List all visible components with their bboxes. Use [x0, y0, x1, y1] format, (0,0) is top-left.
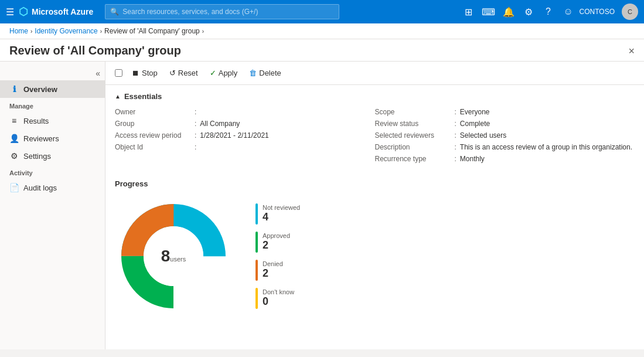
apply-label: Apply [219, 69, 238, 77]
essentials-row-selected-reviewers: Selected reviewers : Selected users [375, 131, 635, 140]
page-title: Review of 'All Company' group [9, 44, 181, 57]
owner-label: Owner [115, 108, 191, 116]
sep: : [455, 155, 456, 163]
top-navigation: ☰ ⬡ Microsoft Azure 🔍 ⊞ ⌨ 🔔 ⚙ ? ☺ CONTOS… [0, 0, 644, 23]
cloud-shell-icon[interactable]: ⌨ [480, 3, 498, 21]
review-status-label: Review status [375, 120, 451, 128]
group-label: Group [115, 120, 191, 128]
essentials-row-owner: Owner : [115, 108, 375, 116]
settings-icon[interactable]: ⚙ [520, 3, 537, 21]
sep: : [455, 143, 456, 151]
legend-label-approved: Approved [263, 232, 290, 239]
delete-button[interactable]: 🗑 Delete [243, 66, 287, 80]
search-input[interactable] [122, 8, 334, 16]
legend-item-dont-know: Don't know 0 [255, 288, 300, 309]
delete-label: Delete [259, 69, 281, 77]
nav-icons-group: ⊞ ⌨ 🔔 ⚙ ? ☺ CONTOSO C [460, 3, 638, 21]
donut-label: users [170, 256, 186, 263]
legend-bar-dont-know [255, 288, 258, 309]
stop-button[interactable]: ⏹ Stop [126, 66, 163, 80]
period-label: Access review period [115, 131, 191, 140]
sep: : [195, 120, 196, 128]
progress-title: Progress [115, 179, 635, 188]
recurrence-label: Recurrence type [375, 155, 451, 163]
essentials-title: Essentials [124, 92, 162, 101]
sidebar-item-reviewers[interactable]: 👤 Reviewers [0, 130, 105, 147]
portal-icon[interactable]: ⊞ [460, 3, 478, 21]
help-icon[interactable]: ? [540, 3, 557, 21]
delete-icon: 🗑 [249, 69, 257, 77]
recurrence-value: Monthly [460, 155, 485, 163]
legend-count-not-reviewed: 4 [263, 211, 300, 224]
hamburger-icon[interactable]: ☰ [6, 6, 14, 18]
toolbar: ⏹ Stop ↺ Reset ✓ Apply 🗑 Delete [105, 62, 644, 85]
sep: : [455, 108, 456, 116]
apply-icon: ✓ [210, 69, 216, 77]
toolbar-checkbox[interactable] [115, 69, 122, 77]
essentials-row-scope: Scope : Everyone [375, 108, 635, 116]
sidebar-item-audit-logs[interactable]: 📄 Audit logs [0, 179, 105, 196]
essentials-right-col: Scope : Everyone Review status : Complet… [375, 108, 635, 163]
selected-reviewers-label: Selected reviewers [375, 131, 451, 140]
legend-count-approved: 2 [263, 239, 290, 252]
overview-icon: ℹ [9, 84, 19, 94]
sidebar-item-settings[interactable]: ⚙ Settings [0, 147, 105, 165]
bc-sep-2: › [100, 28, 102, 35]
legend-item-denied: Denied 2 [255, 260, 300, 281]
essentials-left-col: Owner : Group : All Company Access revie… [115, 108, 375, 163]
breadcrumb-home[interactable]: Home [9, 27, 28, 35]
essentials-row-description: Description : This is an access review o… [375, 143, 635, 151]
reset-button[interactable]: ↺ Reset [163, 66, 204, 80]
essentials-section: ▲ Essentials Owner : Group : All Company [105, 85, 644, 170]
feedback-icon[interactable]: ☺ [560, 3, 577, 21]
essentials-row-recurrence: Recurrence type : Monthly [375, 155, 635, 163]
sidebar-item-results[interactable]: ≡ Results [0, 112, 105, 130]
user-label: CONTOSO [580, 8, 615, 16]
essentials-row-group: Group : All Company [115, 120, 375, 128]
results-icon: ≡ [9, 116, 19, 125]
main-layout: « ℹ Overview Manage ≡ Results 👤 Reviewer… [0, 62, 644, 349]
legend-count-dont-know: 0 [263, 295, 294, 308]
description-label: Description [375, 143, 451, 151]
bc-sep-1: › [30, 28, 32, 35]
bell-icon[interactable]: 🔔 [500, 3, 517, 21]
legend-count-denied: 2 [263, 267, 283, 280]
breadcrumb-current: Review of 'All Company' group [104, 27, 200, 35]
sidebar-collapse: « [0, 66, 105, 80]
legend-bar-approved [255, 232, 258, 253]
progress-section: Progress [105, 170, 644, 324]
sidebar-label-reviewers: Reviewers [23, 134, 59, 143]
essentials-chevron-icon: ▲ [115, 93, 121, 100]
donut-total: 8 [161, 247, 171, 265]
search-bar[interactable]: 🔍 [105, 4, 339, 19]
sidebar-label-overview: Overview [23, 85, 57, 94]
legend-item-approved: Approved 2 [255, 232, 300, 253]
legend-bar-not-reviewed [255, 203, 258, 225]
essentials-header[interactable]: ▲ Essentials [115, 92, 635, 101]
essentials-row-review-status: Review status : Complete [375, 120, 635, 128]
stop-icon: ⏹ [132, 69, 139, 77]
sep: : [455, 120, 456, 128]
breadcrumb-identity-governance[interactable]: Identity Governance [35, 27, 97, 35]
app-name: Microsoft Azure [32, 7, 93, 16]
essentials-row-object-id: Object Id : [115, 143, 375, 151]
azure-logo: ⬡ Microsoft Azure [19, 5, 93, 18]
period-value: 1/28/2021 - 2/11/2021 [200, 131, 268, 140]
group-value: All Company [200, 120, 240, 128]
user-avatar[interactable]: C [622, 4, 638, 20]
activity-section-label: Activity [0, 165, 105, 179]
settings-gear-icon: ⚙ [9, 151, 19, 161]
essentials-grid: Owner : Group : All Company Access revie… [115, 108, 635, 163]
apply-button[interactable]: ✓ Apply [204, 66, 244, 80]
legend-text-approved: Approved 2 [263, 232, 290, 252]
close-button[interactable]: × [628, 46, 635, 56]
legend-item-not-reviewed: Not reviewed 4 [255, 203, 300, 225]
sidebar-item-overview[interactable]: ℹ Overview [0, 80, 105, 98]
review-status-value: Complete [460, 120, 490, 128]
essentials-row-period: Access review period : 1/28/2021 - 2/11/… [115, 131, 375, 140]
donut-center: 8users [161, 247, 186, 266]
sep: : [195, 143, 196, 151]
sep: : [455, 131, 456, 140]
sidebar-collapse-button[interactable]: « [96, 69, 100, 78]
bc-sep-3: › [202, 28, 204, 35]
